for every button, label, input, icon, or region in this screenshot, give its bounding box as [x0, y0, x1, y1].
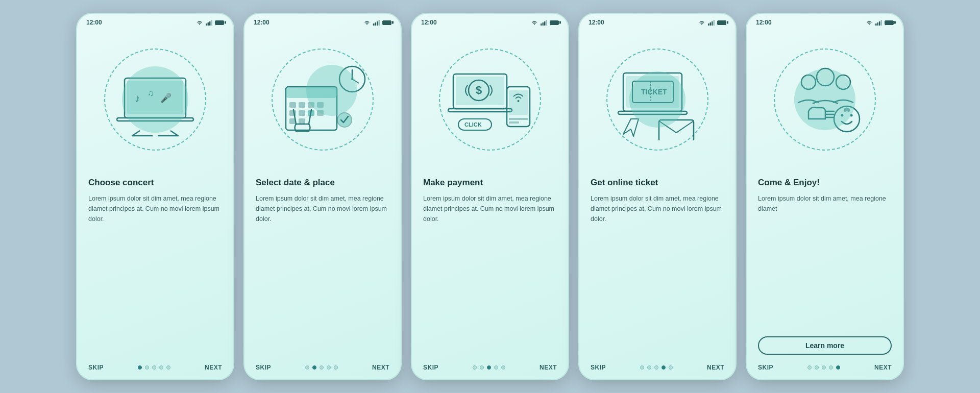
illustration-5: [747, 28, 903, 171]
svg-rect-15: [379, 20, 380, 26]
content-area-2: Select date & place Lorem ipsum dolor si…: [244, 171, 401, 359]
dot-5-2: [822, 365, 826, 370]
status-bar-1: 12:00: [77, 14, 233, 28]
svg-rect-47: [509, 118, 528, 120]
svg-text:$: $: [476, 84, 482, 96]
signal-icon: [206, 20, 213, 26]
content-area-5: Come & Enjoy! Lorem ipsum dolor sit dim …: [747, 171, 903, 359]
screen-title-4: Get online ticket: [591, 177, 724, 188]
battery-icon-3: [550, 20, 559, 25]
svg-rect-38: [546, 20, 548, 26]
next-btn-4[interactable]: NEXT: [707, 364, 724, 371]
svg-rect-64: [879, 21, 880, 26]
svg-rect-48: [509, 121, 519, 124]
dot-2-4: [334, 365, 338, 370]
screen-body-4: Lorem ipsum dolor sit dim amet, mea regi…: [591, 193, 724, 355]
bottom-nav-4: SKIP NEXT: [579, 359, 736, 379]
dot-4-3: [662, 365, 666, 370]
content-area-3: Make payment Lorem ipsum dolor sit dim a…: [412, 171, 568, 359]
svg-rect-12: [373, 23, 375, 26]
phone-screen-1: 12:00 ♪ ♫ 🎤: [76, 13, 234, 380]
svg-rect-1: [208, 22, 209, 26]
status-bar-2: 12:00: [244, 14, 401, 28]
dot-3-3: [494, 365, 498, 370]
screen-title-3: Make payment: [423, 177, 557, 188]
signal-icon-5: [875, 20, 883, 26]
wifi-icon: [195, 20, 204, 26]
dashed-circle-4: TICKET: [606, 48, 708, 151]
svg-rect-65: [881, 20, 883, 26]
skip-btn-3[interactable]: SKIP: [423, 364, 438, 371]
bottom-nav-2: SKIP NEXT: [244, 359, 401, 379]
skip-btn-1[interactable]: SKIP: [88, 364, 104, 371]
screen-body-3: Lorem ipsum dolor sit dim amet, mea regi…: [423, 193, 557, 355]
illustration-4: TICKET: [579, 28, 736, 171]
battery-icon-5: [885, 20, 894, 25]
next-btn-5[interactable]: NEXT: [874, 364, 892, 371]
dashed-circle-3: $ CLICK: [439, 48, 541, 151]
status-icons-1: [195, 20, 224, 26]
svg-rect-62: [875, 23, 877, 26]
dots-5: [807, 365, 840, 370]
dot-4-2: [654, 365, 658, 370]
status-bar-3: 12:00: [412, 14, 568, 28]
bottom-nav-3: SKIP NEXT: [412, 359, 568, 379]
svg-rect-35: [541, 23, 542, 26]
svg-rect-53: [712, 21, 713, 26]
status-icons-4: [698, 20, 726, 26]
status-bar-5: 12:00: [747, 14, 903, 28]
dots-4: [640, 365, 673, 370]
dot-1-2: [152, 365, 156, 370]
skip-btn-4[interactable]: SKIP: [591, 364, 606, 371]
screen-title-2: Select date & place: [256, 177, 389, 188]
dot-5-0: [807, 365, 812, 370]
wifi-icon-5: [865, 20, 873, 26]
illustration-2: [244, 28, 401, 171]
battery-icon-2: [382, 20, 391, 25]
screen-body-5: Lorem ipsum dolor sit dim amet, mea regi…: [758, 193, 892, 331]
content-area-4: Get online ticket Lorem ipsum dolor sit …: [579, 171, 736, 359]
dots-1: [138, 365, 170, 370]
svg-rect-23: [299, 110, 305, 116]
svg-rect-51: [708, 23, 709, 26]
battery-icon: [215, 20, 224, 25]
dashed-circle-5: [774, 48, 876, 151]
content-area-1: Choose concert Lorem ipsum dolor sit dim…: [77, 171, 233, 359]
signal-icon-2: [373, 20, 380, 26]
dashed-circle-1: ♪ ♫ 🎤: [104, 48, 206, 151]
dot-1-4: [166, 365, 170, 370]
next-btn-1[interactable]: NEXT: [205, 364, 222, 371]
dot-3-4: [501, 365, 505, 370]
dot-2-2: [320, 365, 324, 370]
bottom-nav-1: SKIP NEXT: [77, 359, 233, 379]
svg-text:CLICK: CLICK: [464, 121, 482, 128]
svg-rect-37: [544, 21, 546, 26]
next-btn-3[interactable]: NEXT: [540, 364, 557, 371]
phone-screen-4: 12:00 TICKET: [578, 13, 737, 380]
signal-icon-4: [708, 20, 715, 26]
svg-point-34: [337, 113, 352, 127]
dot-5-1: [815, 365, 819, 370]
wifi-icon-3: [530, 20, 538, 26]
learn-more-button[interactable]: Learn more: [758, 336, 892, 355]
status-bar-4: 12:00: [579, 14, 736, 28]
screen-title-1: Choose concert: [88, 177, 222, 188]
time-1: 12:00: [86, 19, 102, 26]
time-4: 12:00: [589, 19, 604, 26]
illustration-1: ♪ ♫ 🎤: [77, 28, 233, 171]
screens-container: 12:00 ♪ ♫ 🎤: [66, 3, 914, 390]
svg-rect-13: [375, 22, 377, 26]
dot-1-1: [145, 365, 149, 370]
svg-rect-2: [209, 21, 211, 26]
svg-rect-14: [377, 21, 378, 26]
skip-btn-5[interactable]: SKIP: [758, 364, 773, 371]
next-btn-2[interactable]: NEXT: [372, 364, 389, 371]
battery-icon-4: [717, 20, 726, 25]
dot-1-0: [138, 365, 142, 370]
phone-screen-5: 12:00: [746, 13, 904, 380]
svg-rect-27: [299, 118, 305, 124]
dot-2-0: [305, 365, 309, 370]
phone-screen-2: 12:00: [243, 13, 402, 380]
skip-btn-2[interactable]: SKIP: [256, 364, 271, 371]
status-icons-5: [865, 20, 894, 26]
